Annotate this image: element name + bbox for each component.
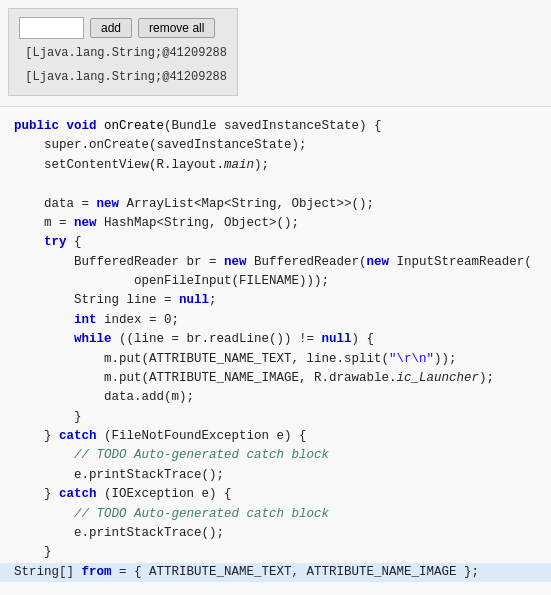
top-buttons: add remove all	[19, 17, 227, 39]
search-input[interactable]	[19, 17, 84, 39]
list-item-2[interactable]: [Ljava.lang.String;@41209288	[19, 67, 227, 87]
list-item-text-1: [Ljava.lang.String;@41209288	[25, 46, 227, 60]
code-area: public void onCreate(Bundle savedInstanc…	[0, 106, 551, 595]
list-item-text-2: [Ljava.lang.String;@41209288	[25, 70, 227, 84]
remove-all-button[interactable]: remove all	[138, 18, 215, 38]
add-button[interactable]: add	[90, 18, 132, 38]
list-item[interactable]: [Ljava.lang.String;@41209288	[19, 43, 227, 63]
top-panel: add remove all [Ljava.lang.String;@41209…	[8, 8, 238, 96]
